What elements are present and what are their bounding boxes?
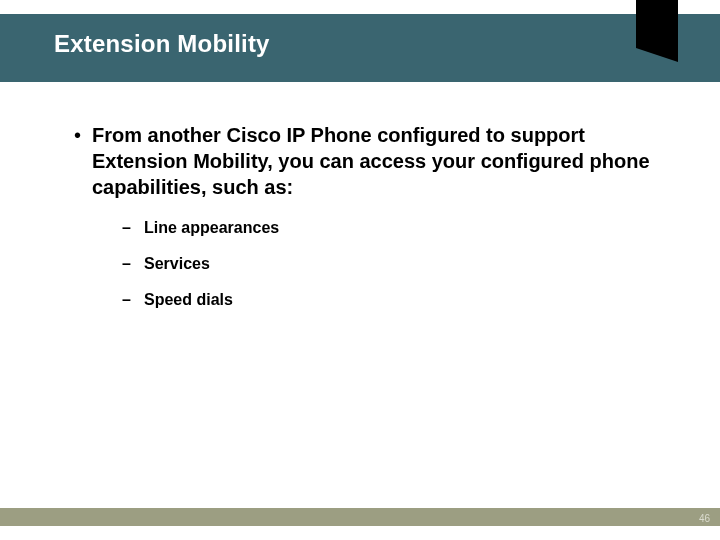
body-content: • From another Cisco IP Phone configured… bbox=[74, 122, 654, 326]
corner-tab bbox=[636, 0, 678, 48]
sub-item: – Line appearances bbox=[122, 218, 654, 238]
bullet-text: From another Cisco IP Phone configured t… bbox=[92, 122, 654, 200]
bullet-item: • From another Cisco IP Phone configured… bbox=[74, 122, 654, 200]
bullet-marker: • bbox=[74, 122, 92, 148]
sub-marker: – bbox=[122, 254, 144, 274]
sub-text: Services bbox=[144, 254, 210, 274]
sub-list: – Line appearances – Services – Speed di… bbox=[122, 218, 654, 310]
footer-band bbox=[0, 508, 720, 526]
corner-tab-cut bbox=[636, 48, 678, 62]
slide: Extension Mobility • From another Cisco … bbox=[0, 0, 720, 540]
page-number: 46 bbox=[699, 513, 710, 524]
slide-title: Extension Mobility bbox=[54, 30, 270, 58]
sub-item: – Speed dials bbox=[122, 290, 654, 310]
sub-text: Line appearances bbox=[144, 218, 279, 238]
sub-marker: – bbox=[122, 218, 144, 238]
sub-item: – Services bbox=[122, 254, 654, 274]
sub-text: Speed dials bbox=[144, 290, 233, 310]
sub-marker: – bbox=[122, 290, 144, 310]
